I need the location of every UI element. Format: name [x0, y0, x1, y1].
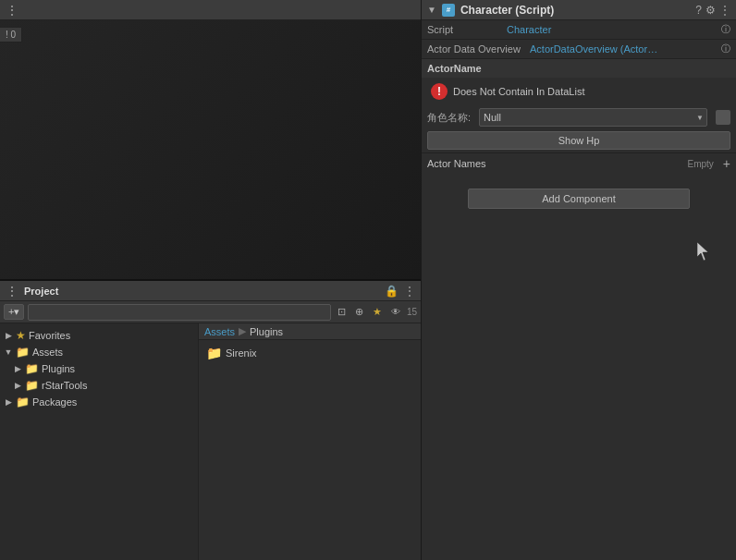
assets-arrow: ▼	[4, 347, 13, 357]
project-content: ▶ ★ Favorites ▼ 📁 Assets ▶ 📁 Plugins	[0, 323, 421, 560]
plugins-arrow: ▶	[13, 364, 22, 373]
packages-tree-item[interactable]: ▶ 📁 Packages	[0, 394, 198, 410]
add-asset-button[interactable]: +▾	[4, 304, 24, 320]
breadcrumb-current: Plugins	[250, 326, 283, 337]
search-input[interactable]	[28, 304, 330, 321]
error-message: Does Not Contain In DataList	[453, 86, 584, 97]
plugins-folder-icon: 📁	[25, 362, 39, 375]
scene-menu-dots[interactable]: ⋮	[6, 3, 18, 18]
actor-data-label: Actor Data Overview	[427, 43, 524, 55]
sirenix-folder-label: Sirenix	[226, 347, 257, 359]
role-name-select-icon[interactable]	[716, 110, 730, 125]
more-icon[interactable]: ⋮	[719, 4, 730, 17]
project-panel-title: Project	[24, 286, 58, 297]
scene-indicator: ! 0	[6, 30, 16, 40]
breadcrumb-root[interactable]: Assets	[204, 326, 235, 337]
add-component-area: Add Component	[422, 174, 736, 224]
favorites-tree-item[interactable]: ▶ ★ Favorites	[0, 327, 198, 344]
actor-name-label: ActorName	[427, 63, 482, 74]
component-fold-arrow[interactable]: ▼	[427, 5, 436, 15]
packages-arrow: ▶	[4, 397, 13, 407]
inspector-panel: ▼ # Character (Script) ? ⚙ ⋮ Script Char…	[421, 0, 736, 560]
assets-tree-item[interactable]: ▼ 📁 Assets	[0, 344, 198, 360]
file-grid: 📁 Sirenix	[199, 340, 421, 366]
actor-names-label: Actor Names	[427, 158, 681, 169]
file-list-area: Assets ▶ Plugins 📁 Sirenix	[199, 323, 421, 560]
breadcrumb: Assets ▶ Plugins	[199, 323, 421, 340]
packages-label: Packages	[32, 396, 77, 408]
error-row: ! Does Not Contain In DataList	[425, 79, 732, 103]
actor-names-empty: Empty	[687, 159, 713, 169]
assets-label: Assets	[32, 347, 63, 358]
project-panel-more[interactable]: ⋮	[404, 285, 415, 298]
actor-name-section: ActorName	[422, 59, 736, 78]
plugins-label: Plugins	[42, 363, 75, 374]
add-component-button[interactable]: Add Component	[468, 189, 690, 209]
scene-view-icon[interactable]: ⊡	[335, 305, 349, 319]
project-panel-dots[interactable]: ⋮	[6, 284, 18, 298]
sirenix-folder-item[interactable]: 📁 Sirenix	[202, 344, 261, 362]
role-name-row: 角色名称: Null	[422, 106, 736, 128]
favorites-star-icon: ★	[16, 329, 26, 342]
rstartools-arrow: ▶	[13, 381, 22, 390]
inspector-header-icons: ? ⚙ ⋮	[695, 4, 730, 17]
inspector-header: ▼ # Character (Script) ? ⚙ ⋮	[422, 0, 736, 20]
actor-names-row: Actor Names Empty +	[422, 152, 736, 174]
sirenix-folder-icon: 📁	[206, 346, 222, 360]
show-hp-button[interactable]: Show Hp	[427, 131, 730, 150]
assets-folder-icon: 📁	[16, 346, 30, 359]
actor-data-value[interactable]: ActorDataOverview (Actor D̶a̶	[530, 43, 659, 55]
error-icon: !	[431, 83, 448, 100]
plugins-tree-item[interactable]: ▶ 📁 Plugins	[0, 360, 198, 377]
inspector-empty-space	[422, 224, 736, 298]
favorites-star-icon[interactable]: ★	[370, 305, 385, 319]
script-label: Script	[427, 24, 501, 35]
actor-data-info-icon[interactable]: ⓘ	[721, 43, 730, 55]
script-component-icon: #	[442, 4, 455, 17]
role-name-label: 角色名称:	[427, 111, 473, 125]
project-panel-header: ⋮ Project 🔒 ⋮	[0, 281, 421, 301]
eye-icon[interactable]: 👁	[388, 306, 403, 318]
inspector-title: Character (Script)	[460, 4, 690, 17]
project-toolbar: +▾ ⊡ ⊕ ★ 👁 15	[0, 301, 421, 323]
help-icon[interactable]: ?	[695, 4, 702, 17]
actor-data-row: Actor Data Overview ActorDataOverview (A…	[422, 40, 736, 59]
script-value[interactable]: Character	[507, 24, 551, 35]
file-tree: ▶ ★ Favorites ▼ 📁 Assets ▶ 📁 Plugins	[0, 323, 199, 560]
script-row: Script Character ⓘ	[422, 20, 736, 40]
count-badge: 15	[407, 307, 417, 317]
actor-names-add-button[interactable]: +	[723, 156, 730, 171]
packages-icon[interactable]: ⊕	[352, 305, 366, 319]
rstartools-label: rStarTools	[42, 380, 88, 391]
role-name-dropdown-wrapper: Null	[479, 108, 707, 127]
settings-icon[interactable]: ⚙	[705, 4, 716, 17]
script-info-icon[interactable]: ⓘ	[721, 23, 730, 36]
inspector-body: Script Character ⓘ Actor Data Overview A…	[422, 20, 736, 560]
project-panel-lock[interactable]: 🔒	[385, 285, 399, 298]
cursor	[697, 242, 708, 262]
favorites-arrow: ▶	[4, 331, 13, 340]
packages-folder-icon: 📁	[16, 396, 30, 408]
role-name-select[interactable]: Null	[479, 108, 707, 127]
rstartools-folder-icon: 📁	[25, 379, 39, 392]
favorites-label: Favorites	[29, 330, 70, 341]
rstartools-tree-item[interactable]: ▶ 📁 rStarTools	[0, 377, 198, 394]
